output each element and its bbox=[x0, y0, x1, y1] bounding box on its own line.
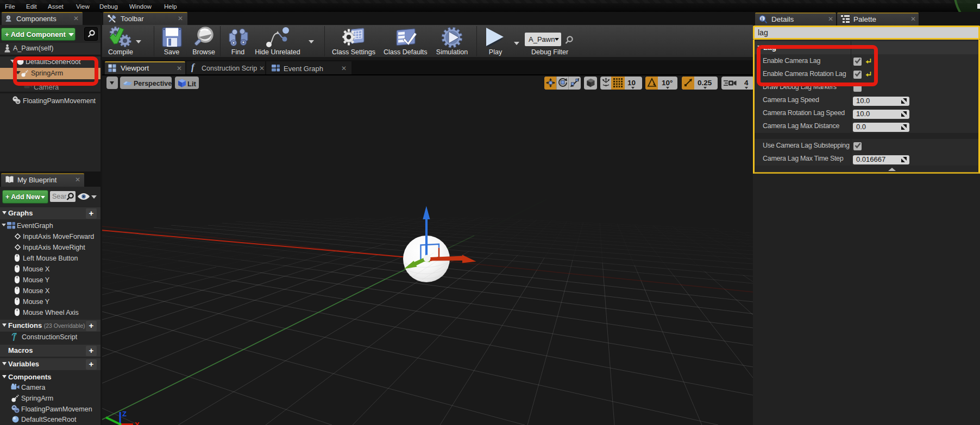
svg-text:Z: Z bbox=[122, 410, 127, 418]
svg-text:X: X bbox=[135, 421, 140, 425]
svg-text:i: i bbox=[761, 16, 763, 22]
